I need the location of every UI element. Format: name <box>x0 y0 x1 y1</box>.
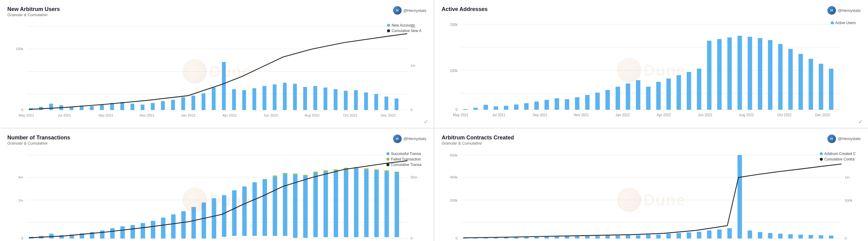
svg-rect-81 <box>524 103 529 110</box>
panel-subtitle-3: Granular & Cumulative <box>7 141 70 145</box>
author-name-1: @Henrystats <box>403 8 426 13</box>
svg-text:Jan 2022: Jan 2022 <box>615 113 630 117</box>
svg-rect-30 <box>131 104 134 110</box>
svg-rect-78 <box>494 106 498 110</box>
svg-rect-109 <box>808 59 813 110</box>
svg-text:0: 0 <box>410 108 412 112</box>
svg-rect-77 <box>484 105 488 110</box>
svg-rect-226 <box>687 233 691 239</box>
author-avatar-3: H <box>393 135 402 143</box>
svg-rect-143 <box>141 223 145 239</box>
svg-text:Nov 2021: Nov 2021 <box>574 113 589 117</box>
svg-rect-42 <box>252 88 256 110</box>
panel-new-arbitrum-users: New Arbitrum Users Granular & Cumulative… <box>0 0 434 128</box>
svg-rect-26 <box>90 106 93 110</box>
legend-dot-1-0 <box>387 24 390 27</box>
svg-rect-44 <box>273 84 277 110</box>
svg-rect-84 <box>555 98 559 110</box>
panel-subtitle-1: Granular & Cumulative <box>7 12 60 17</box>
svg-rect-175 <box>334 171 338 237</box>
svg-rect-37 <box>202 93 206 110</box>
svg-rect-141 <box>120 226 125 239</box>
chart-area-4: Dune Arbitrum Created C Cumulative Contr… <box>442 148 861 241</box>
svg-rect-231 <box>737 155 742 239</box>
svg-rect-76 <box>473 108 478 109</box>
svg-rect-103 <box>748 37 752 110</box>
svg-rect-217 <box>595 236 600 238</box>
svg-rect-173 <box>313 173 318 237</box>
legend-dot-3-0 <box>386 152 390 155</box>
svg-rect-105 <box>768 40 772 109</box>
panel-transactions: Number of Transactions Granular & Cumula… <box>0 129 434 241</box>
legend-dot-4-1 <box>820 158 823 161</box>
svg-text:500k: 500k <box>845 198 852 202</box>
svg-rect-224 <box>666 234 671 239</box>
panel-header-3: Number of Transactions Granular & Cumula… <box>7 135 426 145</box>
legend-label-1-1: Cumulative New A <box>392 29 422 33</box>
svg-rect-45 <box>283 83 287 110</box>
legend-label-2-0: Active Users <box>835 21 856 25</box>
svg-rect-234 <box>768 233 772 239</box>
dune-text-2: Dune <box>644 61 686 79</box>
svg-text:2m: 2m <box>18 198 23 202</box>
legend-item-1-0: New Accounts <box>387 23 422 28</box>
legend-dot-3-1 <box>386 158 390 161</box>
svg-rect-218 <box>606 236 610 238</box>
svg-text:Jan 2022: Jan 2022 <box>181 113 195 117</box>
svg-rect-232 <box>748 230 752 238</box>
svg-rect-89 <box>606 90 610 110</box>
svg-rect-139 <box>100 230 105 238</box>
svg-rect-213 <box>555 236 559 238</box>
legend-3: Successful Transa Failed Transaction Cum… <box>386 151 422 167</box>
svg-rect-221 <box>636 235 641 239</box>
svg-rect-169 <box>384 170 389 171</box>
svg-rect-211 <box>534 237 539 238</box>
svg-rect-236 <box>788 234 793 239</box>
legend-1: New Accounts Cumulative New A <box>387 23 422 33</box>
svg-rect-160 <box>293 174 298 175</box>
chart-area-1: Dune New Accounts Cumulative New A <box>7 20 426 123</box>
dune-logo-4 <box>617 187 641 212</box>
svg-rect-88 <box>595 93 600 110</box>
svg-rect-225 <box>677 233 681 239</box>
chart-area-3: Dune Successful Transa Failed Transactio… <box>7 148 426 241</box>
svg-rect-82 <box>534 102 539 110</box>
author-badge-4: H @Henrystats <box>828 135 861 143</box>
panel-title-4: Arbitrum Contracts Created <box>442 135 514 141</box>
svg-rect-179 <box>374 171 379 237</box>
svg-text:Jun 2022: Jun 2022 <box>698 113 712 117</box>
svg-rect-51 <box>344 91 348 110</box>
svg-rect-181 <box>395 173 399 237</box>
panel-header-1: New Arbitrum Users Granular & Cumulative… <box>7 6 426 17</box>
author-badge-3: H @Henrystats <box>393 135 426 143</box>
svg-rect-176 <box>344 169 348 237</box>
panel-header-2: Active Addresses H @Henrystats <box>442 6 861 15</box>
svg-rect-212 <box>545 236 549 238</box>
svg-rect-101 <box>727 37 732 110</box>
svg-rect-222 <box>646 235 651 239</box>
legend-item-3-0: Successful Transa <box>386 151 422 156</box>
svg-rect-162 <box>313 172 318 173</box>
check-icon-1: ✓ <box>424 118 429 126</box>
svg-rect-216 <box>585 236 590 238</box>
author-avatar-4: H <box>828 135 836 143</box>
check-icon-2: ✓ <box>858 118 863 126</box>
svg-rect-43 <box>262 86 266 110</box>
dune-logo-3 <box>183 187 207 212</box>
legend-dot-1-1 <box>387 29 390 32</box>
svg-rect-79 <box>504 106 508 110</box>
svg-rect-158 <box>273 175 277 177</box>
svg-text:50m: 50m <box>410 175 417 179</box>
svg-rect-140 <box>110 228 115 239</box>
svg-rect-111 <box>829 69 834 110</box>
svg-rect-92 <box>636 80 641 110</box>
legend-item-3-1: Failed Transaction <box>386 157 422 161</box>
legend-label-4-0: Arbitrum Created C <box>824 151 856 156</box>
svg-text:0: 0 <box>456 107 458 111</box>
svg-rect-142 <box>131 225 135 238</box>
svg-rect-49 <box>323 88 327 110</box>
svg-text:100k: 100k <box>16 47 23 50</box>
legend-label-3-1: Failed Transaction <box>391 157 421 161</box>
svg-text:Aug 2022: Aug 2022 <box>305 113 319 117</box>
svg-rect-157 <box>283 174 287 236</box>
